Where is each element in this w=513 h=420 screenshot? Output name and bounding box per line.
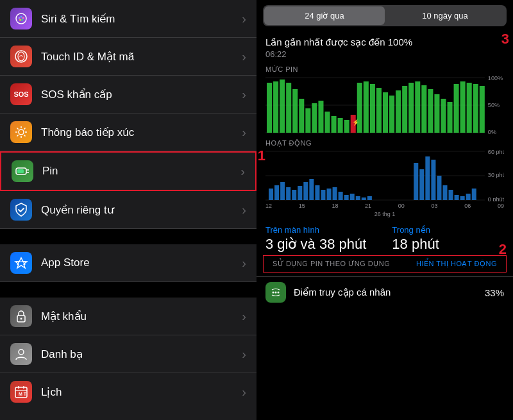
svg-rect-58 <box>428 89 433 133</box>
svg-rect-61 <box>448 102 453 133</box>
svg-rect-53 <box>396 90 401 133</box>
battery-charge-info: Lần gần nhất được sạc đến 100% 06:22 <box>256 31 513 62</box>
svg-rect-77 <box>292 190 296 200</box>
settings-item-siri[interactable]: Siri & Tìm kiếm <box>0 0 256 38</box>
pin-chevron <box>240 164 245 179</box>
svg-rect-91 <box>414 163 418 200</box>
svg-rect-51 <box>383 92 388 133</box>
svg-rect-98 <box>455 195 459 200</box>
matkhau-label: Mật khẩu <box>41 310 242 323</box>
sos-label: SOS khẩn cấp <box>41 88 242 101</box>
time-18: 18 <box>332 203 338 209</box>
svg-point-2 <box>21 16 22 18</box>
svg-rect-48 <box>364 81 369 133</box>
svg-rect-64 <box>467 83 472 133</box>
svg-text:100%: 100% <box>488 76 503 81</box>
svg-rect-83 <box>327 189 332 200</box>
svg-rect-60 <box>441 99 446 133</box>
svg-point-108 <box>278 292 280 294</box>
svg-rect-43 <box>338 118 343 133</box>
svg-rect-101 <box>472 189 476 200</box>
background-value: 18 phút <box>392 236 439 253</box>
badge-3: 3 <box>501 31 509 47</box>
time-12: 12 <box>265 203 272 209</box>
tab-10d[interactable]: 10 ngày qua <box>385 6 505 25</box>
svg-line-14 <box>24 135 25 136</box>
svg-point-5 <box>19 19 21 21</box>
svg-rect-85 <box>339 192 343 200</box>
svg-line-15 <box>24 128 25 130</box>
settings-item-matkhau[interactable]: Mật khẩu <box>0 298 256 335</box>
time-06: 06 <box>464 203 471 209</box>
muc-pin-section: MỨC PIN <box>256 62 513 137</box>
svg-point-4 <box>21 19 23 21</box>
svg-point-3 <box>22 17 24 19</box>
time-00: 00 <box>398 203 405 209</box>
battery-detail-panel: 24 giờ qua 10 ngày qua Lần gần nhất được… <box>256 0 513 420</box>
time-range-tabs: 24 giờ qua 10 ngày qua <box>263 5 507 26</box>
exposure-label: Thông báo tiếp xúc <box>41 126 242 139</box>
svg-rect-57 <box>421 85 426 133</box>
svg-rect-49 <box>370 84 375 133</box>
siri-label: Siri & Tìm kiếm <box>41 12 242 26</box>
svg-rect-63 <box>460 81 466 133</box>
settings-item-sos[interactable]: SOS SOS khẩn cấp <box>0 76 256 113</box>
danhba-chevron <box>242 347 246 362</box>
svg-rect-42 <box>332 116 337 133</box>
settings-item-pin[interactable]: Pin 1 <box>0 151 256 191</box>
svg-text:30 phút: 30 phút <box>488 172 504 178</box>
svg-rect-92 <box>419 169 424 200</box>
touchid-chevron <box>242 49 246 64</box>
diem-truy-cap-pct: 33% <box>485 287 504 298</box>
tab-24h[interactable]: 24 giờ qua <box>264 6 385 25</box>
svg-rect-100 <box>466 194 471 200</box>
svg-rect-81 <box>315 185 319 200</box>
exposure-chevron <box>242 125 246 140</box>
svg-rect-54 <box>402 86 407 133</box>
danhba-icon <box>10 343 32 365</box>
on-screen-label: Trên màn hình <box>265 225 366 235</box>
svg-rect-52 <box>389 96 394 133</box>
list-item-diem-truy-cap[interactable]: Điểm truy cập cá nhân 33% <box>256 276 513 308</box>
svg-rect-74 <box>274 185 279 200</box>
svg-rect-55 <box>408 83 414 133</box>
settings-item-appstore[interactable]: App Store <box>0 244 256 282</box>
svg-rect-84 <box>333 187 337 200</box>
exposure-icon <box>10 121 32 143</box>
settings-item-privacy[interactable]: Quyền riêng tư <box>0 191 256 229</box>
svg-text:0%: 0% <box>488 129 496 134</box>
settings-item-danhba[interactable]: Danh bạ <box>0 335 256 373</box>
svg-line-13 <box>17 128 19 130</box>
matkhau-icon <box>10 305 32 327</box>
svg-text:50%: 50% <box>488 102 500 108</box>
svg-point-6 <box>15 51 27 62</box>
touchid-icon <box>10 46 32 67</box>
settings-item-exposure[interactable]: Thông báo tiếp xúc <box>0 113 256 151</box>
svg-point-23 <box>19 349 24 355</box>
svg-text:M T W: M T W <box>19 392 28 396</box>
svg-rect-99 <box>460 196 465 200</box>
settings-item-touchid[interactable]: Touch ID & Mật mã <box>0 38 256 76</box>
activity-chart-svg: 60 phút 30 phút 0 phút <box>265 150 504 201</box>
svg-rect-75 <box>280 182 285 200</box>
svg-rect-47 <box>357 83 362 133</box>
settings-item-lich[interactable]: M T W Lịch <box>0 373 256 410</box>
svg-text:60 phút: 60 phút <box>488 150 504 155</box>
svg-rect-34 <box>280 80 285 133</box>
muc-pin-label: MỨC PIN <box>265 65 504 74</box>
time-21: 21 <box>365 203 371 209</box>
svg-rect-95 <box>437 176 441 200</box>
pin-label: Pin <box>42 165 240 178</box>
appstore-label: App Store <box>41 256 242 269</box>
svg-rect-78 <box>298 186 302 200</box>
badge-2: 2 <box>499 241 507 258</box>
svg-rect-86 <box>344 195 349 200</box>
svg-rect-39 <box>312 103 317 133</box>
svg-rect-62 <box>454 84 459 133</box>
svg-rect-59 <box>434 94 439 133</box>
svg-rect-38 <box>305 108 310 133</box>
appstore-chevron <box>242 256 246 271</box>
app-usage-header[interactable]: SỬ DỤNG PIN THEO ỨNG DỤNG HIỂN THỊ HOẠT … <box>263 255 507 273</box>
svg-point-0 <box>16 13 26 24</box>
app-usage-action[interactable]: HIỂN THỊ HOẠT ĐỘNG <box>416 260 497 268</box>
